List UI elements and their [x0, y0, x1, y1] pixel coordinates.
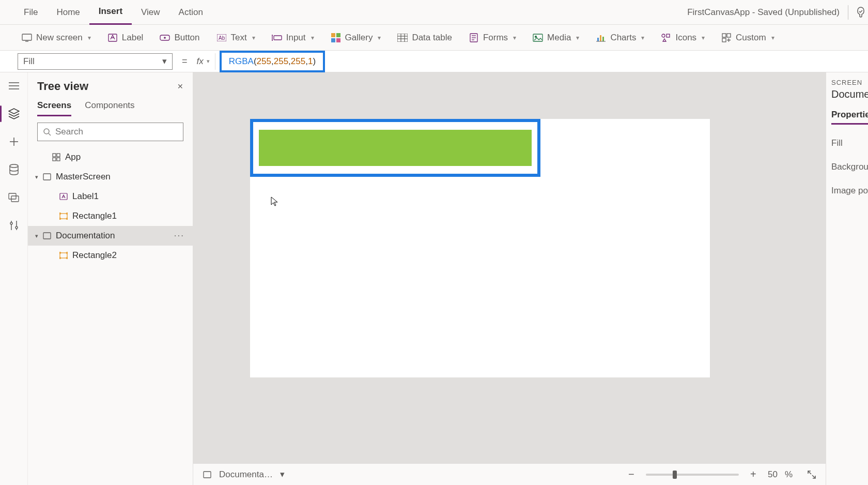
- chevron-down-icon[interactable]: ▾: [280, 469, 285, 480]
- formula-token-close: ): [313, 56, 316, 67]
- svg-point-40: [10, 164, 18, 168]
- chevron-down-icon[interactable]: ▾: [32, 233, 41, 239]
- prop-fill[interactable]: Fill: [831, 138, 868, 148]
- ribbon-media[interactable]: Media ▾: [525, 28, 586, 47]
- formula-token-n2: 255: [274, 56, 288, 67]
- formula-token-n1: 255: [257, 56, 271, 67]
- canvas-area[interactable]: Documenta… ▾ − + 50 %: [193, 72, 826, 485]
- search-icon: [43, 128, 51, 136]
- label-icon: [58, 193, 69, 200]
- svg-rect-66: [204, 472, 211, 478]
- svg-line-68: [812, 475, 815, 478]
- ribbon-charts[interactable]: Charts ▾: [588, 28, 652, 47]
- tree-node-label: App: [65, 152, 81, 162]
- more-icon[interactable]: ···: [174, 231, 184, 241]
- ribbon-label-label: Label: [122, 33, 144, 43]
- text-icon: Ab: [216, 33, 227, 43]
- ribbon-text[interactable]: Ab Text ▾: [209, 28, 262, 47]
- ribbon-gallery-label: Gallery: [345, 33, 373, 43]
- ribbon-label[interactable]: Label: [100, 28, 151, 47]
- properties-panel: SCREEN Document Properties Fill Backgrou…: [826, 72, 868, 485]
- menu-home[interactable]: Home: [47, 0, 89, 25]
- data-icon[interactable]: [8, 163, 20, 176]
- breadcrumb-label[interactable]: Documenta…: [219, 469, 273, 480]
- tree-node-documentation[interactable]: ▾ Documentation ···: [28, 226, 193, 246]
- tab-components[interactable]: Components: [85, 100, 134, 116]
- chevron-down-icon: ▾: [702, 34, 705, 41]
- tree-node-rectangle2[interactable]: Rectangle2: [28, 246, 193, 265]
- charts-icon: [596, 33, 606, 43]
- close-icon[interactable]: ✕: [177, 82, 183, 90]
- zoom-out-button[interactable]: −: [624, 467, 639, 482]
- fx-expand-icon[interactable]: ▾: [207, 53, 215, 70]
- menu-file[interactable]: File: [14, 0, 47, 25]
- label-icon: [107, 33, 118, 43]
- properties-screen-name: Document: [831, 88, 868, 100]
- svg-rect-34: [722, 38, 726, 42]
- tree-node-label: Rectangle1: [72, 211, 117, 221]
- cursor-icon: [271, 196, 278, 207]
- tree-node-masterscreen[interactable]: ▾ MasterScreen: [28, 167, 193, 187]
- zoom-in-button[interactable]: +: [746, 467, 761, 482]
- svg-point-4: [164, 37, 165, 38]
- tree-node-label: Rectangle2: [72, 250, 117, 261]
- app-checker-icon[interactable]: [854, 5, 868, 20]
- custom-icon: [721, 33, 732, 43]
- tree-node-app[interactable]: App: [28, 147, 193, 167]
- formula-input[interactable]: RGBA(255, 255, 255, 1): [220, 51, 325, 72]
- tree-items: App ▾ MasterScreen Label1 Rectangle1: [28, 147, 193, 485]
- ribbon-data-table-label: Data table: [412, 33, 452, 43]
- selected-control-outline[interactable]: [250, 119, 540, 177]
- fit-to-screen-icon[interactable]: [807, 470, 816, 479]
- insert-pane-icon[interactable]: [8, 135, 20, 148]
- fx-icon[interactable]: fx: [197, 56, 207, 67]
- tab-screens[interactable]: Screens: [37, 100, 71, 116]
- search-input[interactable]: [55, 127, 178, 137]
- property-dropdown[interactable]: Fill ▾: [18, 53, 173, 70]
- ribbon-input[interactable]: Input ▾: [265, 28, 321, 47]
- ribbon-gallery[interactable]: Gallery ▾: [323, 28, 389, 47]
- svg-rect-50: [57, 154, 60, 157]
- tab-properties[interactable]: Properties: [831, 110, 868, 125]
- ribbon-custom[interactable]: Custom ▾: [714, 28, 782, 47]
- tree-node-label1[interactable]: Label1: [28, 187, 193, 206]
- app-icon: [51, 153, 62, 161]
- tree-view-icon[interactable]: [8, 108, 20, 120]
- chevron-down-icon: ▾: [771, 34, 774, 41]
- rectangle-control[interactable]: [259, 130, 532, 166]
- chevron-down-icon[interactable]: ▾: [32, 174, 41, 180]
- body: Tree view ✕ Screens Components App ▾: [0, 72, 868, 485]
- tree-search[interactable]: [37, 123, 183, 141]
- formula-token-n4: 1: [308, 56, 313, 67]
- prop-image-position[interactable]: Image posit: [831, 186, 868, 196]
- svg-rect-55: [60, 214, 67, 219]
- svg-point-64: [59, 257, 61, 259]
- gallery-icon: [331, 33, 341, 43]
- ribbon-data-table[interactable]: Data table: [390, 28, 459, 47]
- ribbon-button[interactable]: Button: [152, 28, 207, 47]
- input-icon: [272, 33, 282, 43]
- svg-rect-31: [667, 34, 670, 37]
- tree-node-rectangle1[interactable]: Rectangle1: [28, 206, 193, 226]
- ribbon-forms[interactable]: Forms ▾: [461, 28, 523, 47]
- media-pane-icon[interactable]: [8, 191, 20, 204]
- ribbon-icons[interactable]: Icons ▾: [654, 28, 712, 47]
- advanced-tools-icon[interactable]: [8, 219, 20, 232]
- svg-point-44: [10, 222, 12, 224]
- menu-view[interactable]: View: [132, 0, 169, 25]
- zoom-slider-thumb[interactable]: [673, 471, 677, 479]
- property-name: Fill: [23, 56, 35, 67]
- forms-icon: [469, 33, 479, 43]
- zoom-slider[interactable]: [646, 474, 739, 476]
- ribbon-text-label: Text: [231, 33, 247, 43]
- menu-action[interactable]: Action: [169, 0, 212, 25]
- equals-label: =: [173, 56, 197, 67]
- prop-background[interactable]: Background: [831, 162, 868, 172]
- svg-rect-61: [60, 253, 67, 258]
- hamburger-icon[interactable]: [8, 80, 20, 92]
- rectangle-icon: [58, 213, 69, 220]
- tree-node-label: MasterScreen: [56, 172, 111, 182]
- svg-point-58: [59, 218, 61, 220]
- ribbon-new-screen[interactable]: New screen ▾: [14, 28, 98, 47]
- menu-insert[interactable]: Insert: [89, 0, 132, 25]
